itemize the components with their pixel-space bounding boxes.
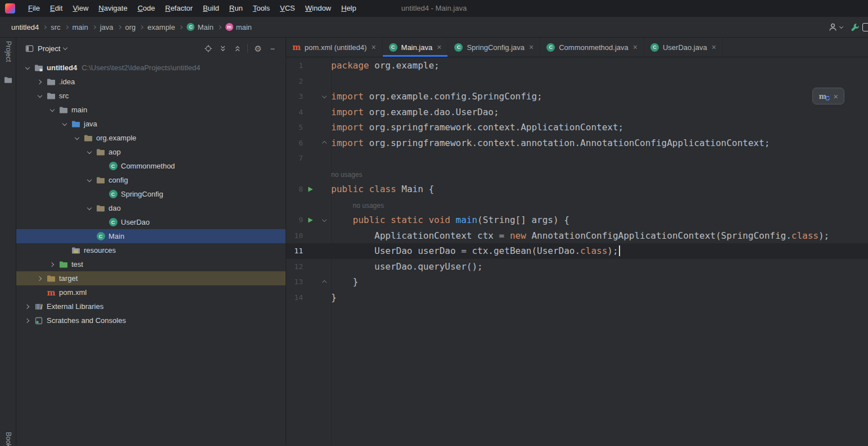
menu-file[interactable]: File bbox=[23, 0, 45, 17]
tree-row-userdao[interactable]: C UserDao bbox=[16, 215, 286, 229]
toolwindow-bookmarks-button[interactable]: Bookmarks bbox=[4, 432, 12, 446]
code-text[interactable]: package org.example; bbox=[331, 60, 440, 71]
panel-settings-button[interactable]: ⚙ bbox=[251, 41, 265, 56]
toolwindow-project-button[interactable]: Project bbox=[4, 41, 12, 62]
menu-view[interactable]: View bbox=[67, 0, 93, 17]
run-icon[interactable] bbox=[307, 186, 314, 193]
run-icon[interactable] bbox=[307, 217, 314, 224]
project-toolwindow-icon[interactable] bbox=[4, 76, 12, 87]
menu-help[interactable]: Help bbox=[336, 0, 361, 17]
fold-icon[interactable] bbox=[322, 280, 327, 285]
close-icon[interactable]: × bbox=[437, 43, 441, 51]
tree-row-idea[interactable]: .idea bbox=[16, 75, 286, 89]
menu-navigate[interactable]: Navigate bbox=[93, 0, 132, 17]
hide-panel-button[interactable]: − bbox=[265, 41, 280, 56]
chevron-down-icon[interactable] bbox=[75, 135, 79, 139]
code-editor[interactable]: 1 package org.example; 2 3 import org.ex… bbox=[286, 57, 868, 445]
menu-code[interactable]: Code bbox=[133, 0, 160, 17]
code-text[interactable]: public class Main { bbox=[331, 184, 434, 194]
line-number[interactable]: 5 bbox=[286, 123, 303, 131]
chevron-right-icon[interactable] bbox=[37, 79, 42, 84]
chevron-down-icon[interactable] bbox=[62, 121, 67, 125]
select-opened-file-button[interactable] bbox=[201, 41, 215, 56]
tree-row-pom-xml[interactable]: m pom.xml bbox=[16, 285, 286, 299]
tree-row-dao[interactable]: dao bbox=[16, 201, 286, 215]
chevron-down-icon[interactable] bbox=[87, 205, 92, 210]
code-text[interactable]: } bbox=[331, 292, 337, 303]
tool-window-corner-icon[interactable] bbox=[862, 23, 868, 31]
line-number[interactable]: 6 bbox=[286, 139, 303, 147]
tree-row-scratches[interactable]: Scratches and Consoles bbox=[16, 313, 286, 327]
line-number[interactable]: 3 bbox=[286, 92, 303, 101]
line-number[interactable]: 13 bbox=[286, 277, 303, 286]
usages-inlay-hint[interactable]: no usages bbox=[353, 202, 384, 210]
breadcrumb-project[interactable]: untitled4 bbox=[11, 23, 39, 31]
menu-edit[interactable]: Edit bbox=[45, 0, 67, 17]
code-text[interactable]: import org.springframework.context.annot… bbox=[331, 138, 770, 148]
project-view-selector[interactable]: Project bbox=[38, 44, 60, 53]
chevron-down-icon[interactable] bbox=[38, 93, 42, 97]
tree-row-springconfig[interactable]: C SpringConfig bbox=[16, 187, 286, 201]
tree-row-untitled4[interactable]: untitled4 C:\Users\test2\IdeaProjects\un… bbox=[16, 61, 286, 75]
tree-row-aop[interactable]: aop bbox=[16, 145, 286, 159]
chevron-right-icon[interactable] bbox=[25, 318, 29, 322]
line-number[interactable]: 1 bbox=[286, 61, 303, 70]
code-text[interactable]: } bbox=[331, 276, 358, 287]
code-text[interactable]: import org.example.config.SpringConfig; bbox=[331, 91, 542, 102]
tree-row-src[interactable]: src bbox=[16, 89, 286, 103]
menu-window[interactable]: Window bbox=[300, 0, 336, 17]
breadcrumb-java[interactable]: java bbox=[100, 23, 114, 31]
tab-main-java[interactable]: C Main.java × bbox=[383, 38, 449, 57]
breadcrumb-example[interactable]: example bbox=[147, 23, 175, 31]
close-icon[interactable]: × bbox=[371, 43, 376, 51]
fold-icon[interactable] bbox=[322, 141, 327, 145]
tab-pom-xml[interactable]: m pom.xml (untitled4) × bbox=[286, 38, 383, 57]
tree-row-test[interactable]: test bbox=[16, 257, 286, 271]
menu-refactor[interactable]: Refactor bbox=[160, 0, 198, 17]
line-number[interactable]: 8 bbox=[286, 185, 303, 193]
breadcrumb-main-class[interactable]: C Main bbox=[187, 23, 213, 31]
close-icon[interactable]: × bbox=[633, 43, 638, 51]
close-icon[interactable]: × bbox=[712, 43, 716, 51]
line-number[interactable]: 7 bbox=[286, 154, 303, 162]
code-text[interactable]: public static void main(String[] args) { bbox=[331, 215, 569, 225]
tab-commonmethod-java[interactable]: C Commonmethod.java × bbox=[540, 38, 644, 57]
chevron-down-icon[interactable] bbox=[87, 177, 92, 181]
maven-reload-button[interactable]: m bbox=[819, 93, 826, 100]
line-number[interactable]: 9 bbox=[286, 216, 303, 224]
fold-icon[interactable] bbox=[322, 217, 327, 222]
line-number[interactable]: 14 bbox=[286, 293, 303, 302]
line-number[interactable]: 4 bbox=[286, 108, 303, 116]
code-text[interactable]: import org.example.dao.UserDao; bbox=[331, 107, 499, 117]
breadcrumb-src[interactable]: src bbox=[51, 23, 60, 31]
code-text[interactable]: import org.springframework.context.Appli… bbox=[331, 122, 623, 133]
menu-build[interactable]: Build bbox=[198, 0, 224, 17]
tab-userdao-java[interactable]: C UserDao.java × bbox=[644, 38, 723, 57]
chevron-right-icon[interactable] bbox=[25, 304, 29, 308]
collapse-all-button[interactable] bbox=[230, 41, 245, 56]
fold-icon[interactable] bbox=[322, 94, 327, 98]
line-number[interactable]: 2 bbox=[286, 77, 303, 85]
chevron-right-icon[interactable] bbox=[37, 276, 42, 280]
close-icon[interactable]: × bbox=[529, 43, 534, 51]
chevron-down-icon[interactable] bbox=[25, 65, 30, 69]
code-text[interactable]: userDao.queryUser(); bbox=[331, 261, 483, 272]
tree-row-java[interactable]: java bbox=[16, 117, 286, 131]
profile-button[interactable] bbox=[828, 22, 843, 32]
line-number[interactable]: 11 bbox=[286, 247, 303, 255]
tree-row-resources[interactable]: resources bbox=[16, 243, 286, 257]
breadcrumb-main-dir[interactable]: main bbox=[73, 23, 88, 31]
code-text[interactable]: UserDao userDao = ctx.getBean(UserDao.cl… bbox=[331, 245, 620, 256]
chevron-down-icon[interactable] bbox=[50, 107, 55, 111]
tree-row-org-example[interactable]: org.example bbox=[16, 131, 286, 145]
breadcrumb-org[interactable]: org bbox=[125, 23, 136, 31]
tree-row-target[interactable]: target bbox=[16, 271, 286, 285]
tree-row-main-dir[interactable]: main bbox=[16, 103, 286, 117]
chevron-right-icon[interactable] bbox=[49, 262, 54, 266]
menu-tools[interactable]: Tools bbox=[248, 0, 275, 17]
line-number[interactable]: 10 bbox=[286, 231, 303, 240]
usages-inlay-hint[interactable]: no usages bbox=[331, 171, 362, 179]
expand-all-button[interactable] bbox=[215, 41, 230, 56]
close-icon[interactable]: × bbox=[833, 92, 838, 101]
tree-row-main-class[interactable]: C Main bbox=[16, 229, 286, 243]
